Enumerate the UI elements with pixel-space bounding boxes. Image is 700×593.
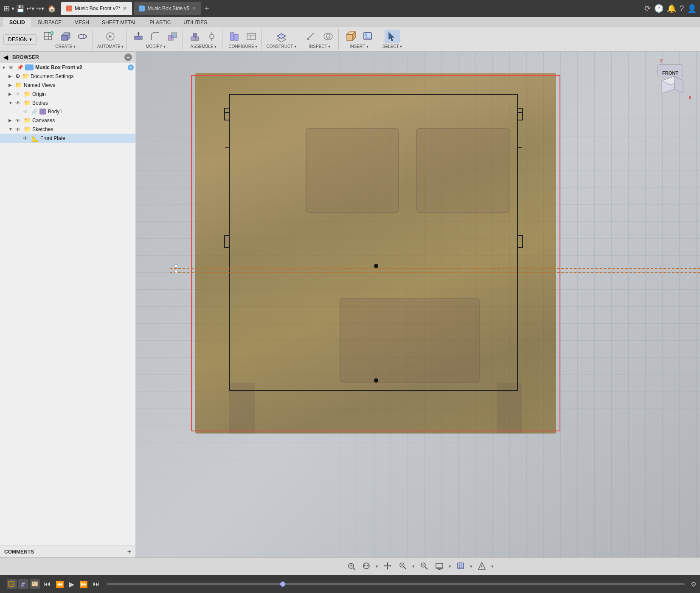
history-btn[interactable]: 🕐 [654, 4, 663, 13]
tree-front-plate[interactable]: ▶ 👁 📐 Front Plate [0, 134, 135, 143]
construct-label[interactable]: CONSTRUCT ▾ [266, 44, 296, 49]
configure-label[interactable]: CONFIGURE ▾ [229, 44, 258, 49]
zoom-in-btn[interactable] [397, 560, 409, 573]
tab2-close[interactable]: ✕ [192, 6, 196, 11]
tree-bodies[interactable]: ▼ 👁 📁 Bodies [0, 98, 135, 107]
view-cube[interactable]: Z X FRONT [658, 64, 692, 98]
revolve-btn[interactable] [75, 30, 90, 43]
fit-screen-btn[interactable] [345, 560, 357, 573]
visual-style-btn[interactable] [455, 560, 467, 573]
timeline-settings-btn[interactable]: ⚙ [691, 580, 697, 588]
timeline-icon-sketch[interactable] [7, 579, 17, 589]
tab-utilities[interactable]: UTILITIES [177, 18, 213, 27]
inspect-btn2[interactable] [320, 30, 336, 43]
insert-btn1[interactable] [343, 30, 358, 43]
modify1-btn[interactable] [131, 30, 146, 43]
modify2-btn[interactable] [148, 30, 163, 43]
browser-collapse-btn[interactable]: – [124, 53, 132, 61]
grid-snap-btn[interactable] [476, 560, 488, 573]
tree-origin[interactable]: ▶ 👁 📁 Origin [0, 90, 135, 98]
fit-dropdown[interactable]: ▾ [376, 564, 378, 569]
file-menu-icon[interactable]: ▾ [11, 5, 14, 12]
automate-label[interactable]: AUTOMATE ▾ [97, 44, 124, 49]
automate-btn[interactable] [103, 30, 118, 43]
create-label[interactable]: CREATE ▾ [55, 44, 76, 49]
zoom-dropdown[interactable]: ▾ [412, 564, 415, 569]
timeline-icon-extrude[interactable] [18, 579, 28, 589]
construct-btn1[interactable] [274, 30, 289, 43]
svg-rect-15 [171, 33, 177, 38]
modify-label[interactable]: MODIFY ▾ [146, 44, 165, 49]
root-visible-icon[interactable]: 👁 [8, 64, 15, 70]
prev-frame-btn[interactable]: ⏪ [54, 579, 65, 590]
configure-btn1[interactable] [227, 30, 242, 43]
refresh-btn[interactable]: ⟳ [644, 4, 651, 13]
pan-btn[interactable] [382, 560, 394, 573]
timeline-icon-canvas[interactable] [30, 579, 40, 589]
notifications-btn[interactable]: 🔔 [667, 4, 676, 13]
orbit-btn[interactable] [360, 560, 372, 573]
browser-title: BROWSER [12, 54, 39, 60]
bodies-eye-icon[interactable]: 👁 [15, 100, 22, 106]
joint-btn[interactable] [204, 30, 219, 43]
timeline-playhead[interactable] [280, 582, 285, 587]
svg-line-61 [425, 567, 427, 569]
tab-mesh[interactable]: MESH [68, 18, 95, 27]
undo-btn[interactable]: ↩▾ [26, 5, 34, 12]
toolbar-row: DESIGN ▾ [0, 27, 700, 51]
modify3-btn[interactable] [165, 30, 180, 43]
design-mode-button[interactable]: DESIGN ▾ [3, 34, 37, 45]
app-grid-icon[interactable]: ⊞ [3, 4, 10, 13]
skip-end-btn[interactable]: ⏭ [92, 579, 101, 589]
origin-eye-icon[interactable]: 👁 [15, 91, 22, 97]
add-tab-button[interactable]: + [205, 4, 209, 13]
help-btn[interactable]: ? [680, 4, 684, 13]
tree-sketches[interactable]: ▼ 👁 📁 Sketches [0, 125, 135, 134]
zoom-out-btn[interactable] [418, 560, 430, 573]
inspect-label[interactable]: INSPECT ▾ [309, 44, 330, 49]
tab-solid[interactable]: SOLID [3, 18, 31, 27]
insert-label[interactable]: INSERT ▾ [350, 44, 368, 49]
tree-body1[interactable]: ▶ 👁 🔗 Body1 [0, 107, 135, 116]
tab-surface[interactable]: SURFACE [32, 18, 68, 27]
save-icon[interactable]: 💾 [16, 5, 25, 13]
assemble-btn[interactable] [187, 30, 202, 43]
configure-btn2[interactable] [244, 30, 259, 43]
body1-eye-icon[interactable]: 👁 [23, 109, 30, 115]
grid-dropdown[interactable]: ▾ [470, 564, 472, 569]
user-btn[interactable]: 👤 [687, 4, 697, 13]
tree-document-settings[interactable]: ▶ ⚙ 📁 Document Settings [0, 72, 135, 81]
tab-plastic[interactable]: PLASTIC [143, 18, 177, 27]
viewport[interactable]: Z X FRONT [136, 52, 700, 557]
tree-canvases[interactable]: ▶ 👁 📁 Canvases [0, 116, 135, 125]
sketches-arrow: ▼ [8, 127, 14, 131]
display-settings-btn[interactable] [433, 560, 445, 573]
front-plate-eye-icon[interactable]: 👁 [23, 135, 30, 141]
play-btn[interactable]: ▶ [68, 579, 76, 590]
assemble-label[interactable]: ASSEMBLE ▾ [191, 44, 217, 49]
canvases-eye-icon[interactable]: 👁 [15, 117, 22, 123]
comments-add-btn[interactable]: + [127, 548, 131, 556]
sketches-eye-icon[interactable]: 👁 [15, 126, 22, 132]
tab-music-box-front[interactable]: Music Box Front v2* ✕ [61, 2, 132, 15]
grid-snap-dropdown[interactable]: ▾ [491, 564, 494, 569]
insert-btn2[interactable] [360, 30, 375, 43]
browser-toggle-icon[interactable]: ◀ [3, 54, 8, 61]
new-sketch-btn[interactable] [41, 30, 56, 43]
next-frame-btn[interactable]: ⏩ [78, 579, 89, 590]
tab-music-box-side[interactable]: Music Box Side v5 ✕ [134, 2, 201, 15]
select-btn[interactable] [385, 30, 400, 43]
tree-named-views[interactable]: ▶ 📁 Named Views [0, 81, 135, 90]
svg-point-74 [481, 568, 482, 568]
redo-btn[interactable]: ↪▾ [36, 5, 44, 12]
display-dropdown[interactable]: ▾ [449, 564, 451, 569]
skip-start-btn[interactable]: ⏮ [42, 579, 52, 589]
home-icon[interactable]: 🏠 [48, 5, 56, 13]
tab-sheet-metal[interactable]: SHEET METAL [96, 18, 143, 27]
inspect-btn1[interactable] [304, 30, 319, 43]
extrude-btn[interactable] [58, 30, 73, 43]
tree-root[interactable]: ▼ 👁 📌 Music Box Front v2 ● [0, 63, 135, 72]
select-label[interactable]: SELECT ▾ [382, 44, 402, 49]
tab1-close[interactable]: ✕ [123, 6, 127, 11]
timeline-track[interactable] [107, 583, 685, 585]
